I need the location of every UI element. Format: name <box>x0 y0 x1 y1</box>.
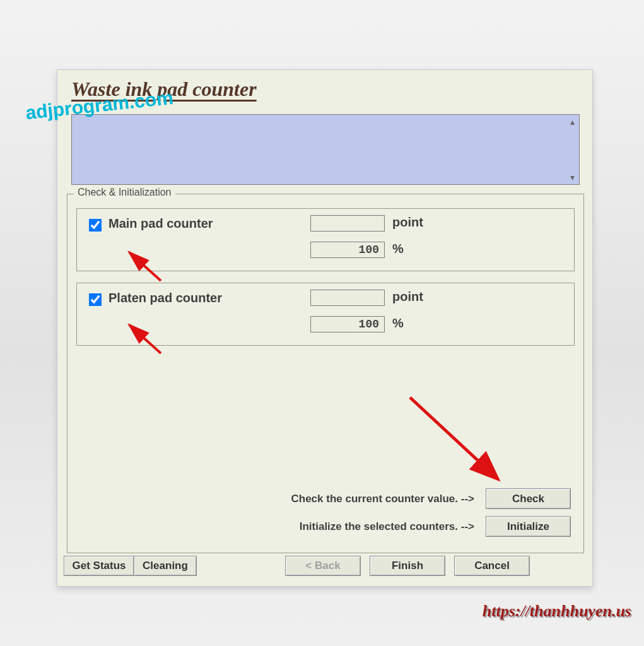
unit-platen-percent: % <box>392 316 404 331</box>
info-listbox[interactable]: ▴ ▾ <box>71 114 580 185</box>
checkbox-platen-pad-counter[interactable] <box>89 293 102 307</box>
unit-platen-points: point <box>392 290 423 304</box>
label-main-pad-counter: Main pad counter <box>108 216 213 231</box>
groupbox-check-initialization: Check & Initialization Main pad counter … <box>67 194 584 553</box>
field-platen-points <box>310 290 385 306</box>
dialog-waste-ink-pad-counter: Waste ink pad counter ▴ ▾ Check & Initia… <box>57 69 593 587</box>
back-button[interactable]: < Back <box>285 556 361 576</box>
get-status-button[interactable]: Get Status <box>64 556 134 576</box>
cleaning-button[interactable]: Cleaning <box>134 556 197 576</box>
unit-main-percent: % <box>392 242 404 256</box>
initialize-button[interactable]: Initialize <box>486 516 571 537</box>
group-legend: Check & Initialization <box>74 187 175 198</box>
field-main-points <box>310 215 385 232</box>
bottom-button-bar: Get Status Cleaning < Back Finish Cancel <box>64 555 586 577</box>
hint-row-initialize: Initialize the selected counters. --> In… <box>300 516 571 537</box>
hint-check-text: Check the current counter value. --> <box>291 493 475 505</box>
check-button[interactable]: Check <box>486 488 571 509</box>
hint-init-text: Initialize the selected counters. --> <box>300 520 474 533</box>
page-title: Waste ink pad counter <box>71 78 257 101</box>
cancel-button[interactable]: Cancel <box>454 556 530 576</box>
unit-main-points: point <box>392 215 423 230</box>
label-platen-pad-counter: Platen pad counter <box>108 291 222 305</box>
scroll-up-icon[interactable]: ▴ <box>565 115 579 129</box>
checkbox-main-pad-counter[interactable] <box>89 219 102 232</box>
row-main-pad-counter: Main pad counter point 100 % <box>76 208 575 271</box>
finish-button[interactable]: Finish <box>370 556 445 576</box>
hint-row-check: Check the current counter value. --> Che… <box>291 488 571 509</box>
field-main-percent: 100 <box>310 242 385 258</box>
scroll-down-icon[interactable]: ▾ <box>565 170 579 184</box>
field-platen-percent: 100 <box>310 316 385 332</box>
row-platen-pad-counter: Platen pad counter point 100 % <box>76 283 575 346</box>
